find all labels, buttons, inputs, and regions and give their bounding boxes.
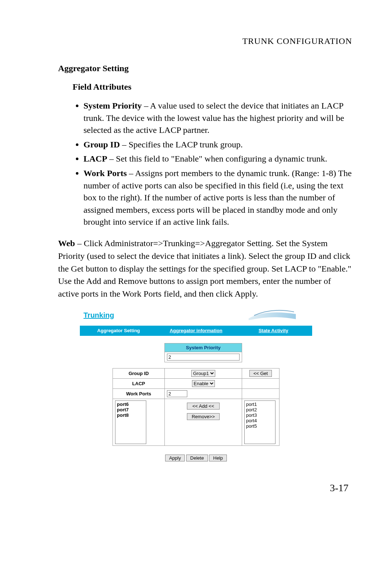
port-item[interactable]: port1 [246,402,274,407]
system-priority-header: System Priority [165,343,242,352]
list-item: Group ID – Specifies the LACP trunk grou… [83,139,352,151]
running-header: TRUNK CONFIGURATION [58,36,352,46]
tab-state-activity[interactable]: State Activity [235,328,312,333]
embedded-screenshot: Trunking Aggregator Setting Aggregator i… [80,308,312,461]
port-item[interactable]: port8 [117,412,144,418]
banner-graphic [247,308,298,322]
banner: Trunking [80,308,312,323]
port-item[interactable]: port3 [246,412,274,418]
work-ports-input[interactable] [167,390,187,397]
field-attributes-heading: Field Attributes [73,82,352,92]
desc: – Specifies the LACP trunk group. [120,140,242,149]
list-item: LACP – Set this field to "Enable" when c… [83,153,352,165]
desc: – Set this field to "Enable" when config… [107,154,327,163]
lacp-select[interactable]: Enable [192,380,215,387]
port-item[interactable]: port6 [117,402,144,407]
selected-ports-list[interactable]: port1 port2 port3 port4 port5 [244,400,275,444]
port-item[interactable]: port5 [246,423,274,429]
port-item[interactable]: port4 [246,418,274,423]
page: TRUNK CONFIGURATION Aggregator Setting F… [0,0,392,570]
port-item[interactable]: port7 [117,407,144,412]
web-paragraph: Web – Click Administrator=>Trunking=>Agg… [58,237,352,300]
banner-title: Trunking [80,308,114,319]
web-rest: – Click Administrator=>Trunking=>Aggrega… [58,239,351,298]
tab-aggregator-information[interactable]: Aggregator information [157,328,234,333]
term-work-ports: Work Ports [83,168,127,178]
list-item: Work Ports – Assigns port members to the… [83,167,352,228]
field-attributes-list: System Priority – A value used to select… [73,100,352,228]
page-number: 3-17 [330,482,348,494]
remove-button[interactable]: Remove>> [187,413,220,420]
group-id-select[interactable]: Group1 [191,370,215,377]
port-item[interactable]: port2 [246,407,274,412]
add-button[interactable]: << Add << [187,403,220,410]
group-id-label: Group ID [113,368,165,378]
delete-button[interactable]: Delete [186,455,208,461]
web-lead: Web [58,239,75,248]
tab-aggregator-setting[interactable]: Aggregator Setting [80,328,157,333]
action-button-row: Apply Delete Help [80,455,312,461]
get-button[interactable]: << Get [249,370,272,377]
apply-button[interactable]: Apply [165,455,185,461]
system-priority-input[interactable] [167,354,240,361]
help-button[interactable]: Help [209,455,227,461]
work-ports-label: Work Ports [113,388,165,399]
tab-bar: Aggregator Setting Aggregator informatio… [80,326,312,336]
lacp-label: LACP [113,378,165,388]
section-heading: Aggregator Setting [58,64,352,73]
term-system-priority: System Priority [83,101,142,110]
config-area: System Priority Group ID Group1 [80,343,312,461]
list-item: System Priority – A value used to select… [83,100,352,137]
term-group-id: Group ID [83,140,120,149]
available-ports-list[interactable]: port6 port7 port8 [115,400,146,444]
term-lacp: LACP [83,154,107,163]
config-table: System Priority Group ID Group1 [113,343,279,446]
